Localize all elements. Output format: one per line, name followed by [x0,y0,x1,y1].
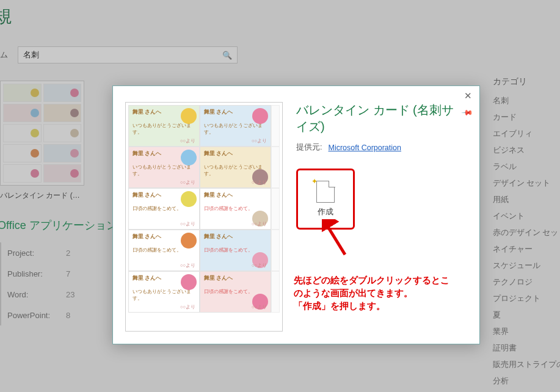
category-item[interactable]: 用紙 [493,195,560,205]
category-item[interactable]: ネイチャー [493,244,560,255]
category-item[interactable]: 夏 [493,310,560,321]
close-icon[interactable]: ✕ [462,91,473,102]
template-title: バレンタイン カード (名刺サイズ) [296,102,467,135]
category-item[interactable]: 赤のデザイン セット [493,228,560,238]
provider-link[interactable]: Microsoft Corporation [328,143,401,152]
app-count: 7 [66,269,70,278]
thumbnail-label: バレンタイン カード (… [0,191,84,201]
nav-home[interactable]: ム [0,49,8,60]
annotation-text: 先ほどの絵をダブルクリックするとこ のような画面が出てきます。 「作成」を押しま… [294,274,449,313]
category-item[interactable]: カード [493,112,560,123]
app-name: Project: [7,249,59,258]
template-preview-dialog: ✕ 📌 舞里 さんへ いつもありがとうございます。 ○○より 舞里 さんへ いつ… [112,85,480,344]
provided-by-label: 提供元: [296,142,322,153]
app-count: 23 [66,290,75,299]
create-button[interactable]: ✦ 作成 [296,169,355,230]
app-name: Publisher: [7,269,59,278]
category-item[interactable]: 証明書 [493,343,560,354]
app-count: 8 [66,311,70,320]
category-item[interactable]: エイブリィ [493,129,560,139]
category-item[interactable]: ラベル [493,162,560,172]
search-box[interactable]: 🔍 [18,46,238,64]
search-input[interactable] [23,51,222,60]
app-name: PowerPoint: [7,311,59,320]
category-item[interactable]: スケジュール [493,261,560,271]
category-heading: カテゴリ [493,76,560,87]
category-item[interactable]: デザイン セット [493,178,560,189]
create-label: 作成 [318,206,333,217]
category-item[interactable]: イベント [493,211,560,222]
app-name: Word: [7,290,59,299]
search-icon[interactable]: 🔍 [222,51,232,60]
category-item[interactable]: 業界 [493,327,560,337]
template-preview-image: 舞里 さんへ いつもありがとうございます。 ○○より 舞里 さんへ いつもありが… [125,102,283,332]
category-item[interactable]: テクノロジ [493,277,560,288]
template-thumbnail[interactable] [0,81,84,186]
category-item[interactable]: 販売用ストライプの [493,360,560,370]
new-document-icon [316,181,335,203]
category-item[interactable]: ビジネス [493,145,560,156]
category-item[interactable]: 分析 [493,376,560,387]
category-item[interactable]: 名刺 [493,96,560,106]
page-title: 規 [0,0,560,28]
app-count: 2 [66,249,70,258]
category-item[interactable]: プロジェクト [493,294,560,304]
category-sidebar: カテゴリ 名刺カードエイブリィビジネスラベルデザイン セット用紙イベント赤のデザ… [493,76,560,392]
